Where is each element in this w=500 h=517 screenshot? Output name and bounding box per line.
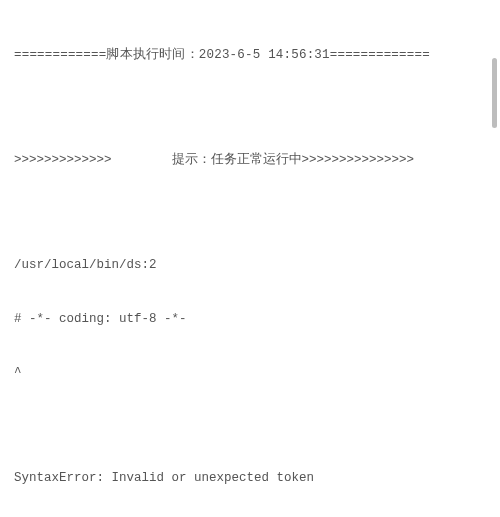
header-divider: ============脚本执行时间：2023-6-5 14:56:31====… [14,46,486,64]
scrollbar-thumb[interactable] [492,58,497,128]
log-output: ============脚本执行时间：2023-6-5 14:56:31====… [14,10,486,517]
error-title: SyntaxError: Invalid or unexpected token [14,469,486,487]
status-line: >>>>>>>>>>>>> 提示：任务正常运行中>>>>>>>>>>>>>>> [14,151,486,169]
coding-declaration: # -*- coding: utf-8 -*- [14,310,486,328]
script-path: /usr/local/bin/ds:2 [14,256,486,274]
caret-indicator: ^ [14,364,486,382]
